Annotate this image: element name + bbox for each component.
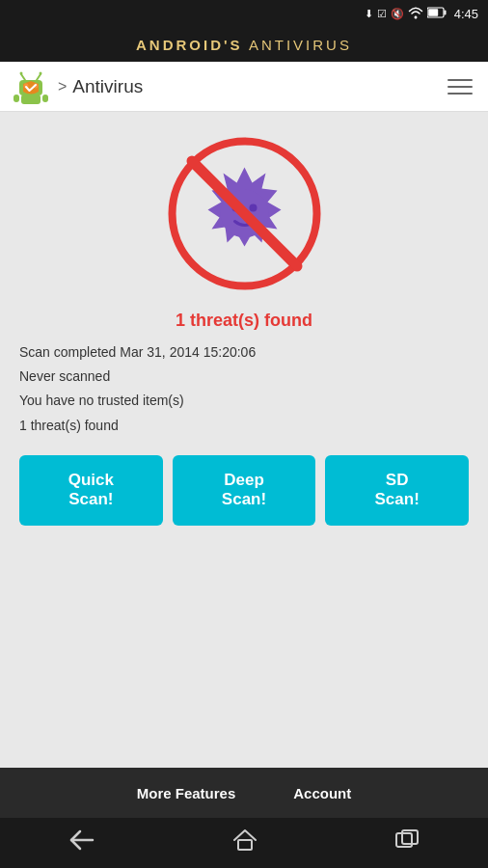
nav-bar: > Antivirus — [0, 62, 488, 112]
svg-point-15 — [249, 203, 257, 211]
threat-status: 1 threat(s) found — [176, 311, 312, 331]
virus-icon-container — [162, 131, 326, 295]
svg-point-7 — [20, 71, 23, 74]
scan-buttons: QuickScan! DeepScan! SDScan! — [19, 455, 469, 526]
account-button[interactable]: Account — [293, 785, 351, 801]
scan-info-line2: Never scanned — [19, 365, 469, 389]
nav-breadcrumb: > Antivirus — [58, 76, 444, 97]
status-time: 4:45 — [454, 7, 478, 21]
scan-info: Scan completed Mar 31, 2014 15:20:06 Nev… — [19, 340, 469, 438]
app-title-light: ANTIVIRUS — [243, 37, 352, 53]
svg-point-9 — [40, 71, 42, 74]
sd-scan-button[interactable]: SDScan! — [325, 455, 469, 526]
bottom-nav — [0, 818, 488, 868]
wifi-icon — [408, 6, 423, 21]
checkbox-icon: ☑ — [377, 8, 387, 20]
quick-scan-button[interactable]: QuickScan! — [19, 455, 163, 526]
nav-page-title: Antivirus — [72, 76, 143, 97]
scan-info-line3: You have no trusted item(s) — [19, 389, 469, 413]
feature-bar: More Features Account — [0, 768, 488, 818]
svg-rect-1 — [444, 11, 446, 15]
svg-rect-2 — [428, 9, 438, 16]
battery-icon — [427, 7, 447, 20]
download-icon: ⬇ — [365, 8, 373, 20]
app-header: ANDROID'S ANTIVIRUS — [0, 27, 488, 62]
scan-info-line1: Scan completed Mar 31, 2014 15:20:06 — [19, 340, 469, 365]
svg-rect-12 — [42, 95, 48, 102]
app-header-title: ANDROID'S ANTIVIRUS — [136, 37, 352, 53]
main-content: 1 threat(s) found Scan completed Mar 31,… — [0, 112, 488, 551]
menu-icon[interactable] — [444, 75, 476, 98]
virus-blocked-icon — [165, 134, 324, 293]
svg-line-8 — [37, 74, 41, 80]
app-title-bold: ANDROID'S — [136, 37, 243, 53]
menu-line-3 — [447, 93, 473, 95]
svg-rect-11 — [14, 95, 19, 102]
status-bar: ⬇ ☑ 🔇 4:45 — [0, 0, 488, 27]
mute-icon: 🔇 — [391, 8, 404, 20]
svg-rect-10 — [21, 95, 41, 104]
page-root: ⬇ ☑ 🔇 4:45 — [0, 0, 488, 868]
deep-scan-button[interactable]: DeepScan! — [173, 455, 316, 526]
home-button[interactable] — [213, 821, 277, 865]
menu-line-1 — [447, 79, 473, 81]
back-button[interactable] — [49, 822, 115, 864]
more-features-button[interactable]: More Features — [137, 785, 236, 801]
svg-line-6 — [21, 74, 25, 80]
recent-apps-button[interactable] — [375, 822, 439, 864]
status-icons: ⬇ ☑ 🔇 4:45 — [365, 6, 478, 21]
svg-rect-19 — [238, 840, 252, 850]
app-logo — [12, 68, 50, 106]
scan-info-line4: 1 threat(s) found — [19, 414, 469, 438]
nav-breadcrumb-separator: > — [58, 78, 67, 95]
menu-line-2 — [447, 86, 473, 88]
